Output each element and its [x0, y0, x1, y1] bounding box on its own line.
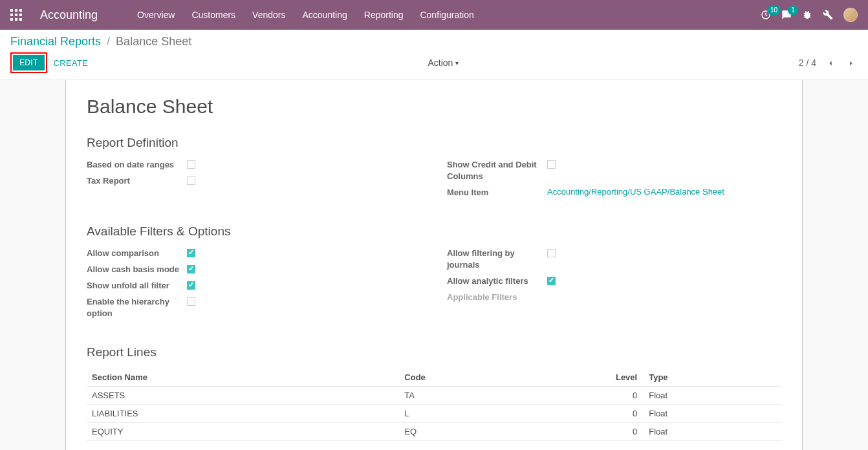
table-row[interactable]: LIABILITIESL0Float — [87, 404, 781, 422]
action-dropdown[interactable]: Action ▾ — [428, 58, 459, 68]
checkbox-hierarchy[interactable] — [187, 297, 195, 306]
label-credit-debit: Show Credit and Debit Columns — [447, 159, 547, 182]
label-analytic: Allow analytic filters — [447, 275, 547, 287]
edit-highlight: EDIT — [10, 52, 47, 73]
table-row[interactable]: EQUITYEQ0Float — [87, 422, 781, 440]
table-row[interactable]: ASSETSTA0Float — [87, 386, 781, 404]
discuss-badge: 1 — [788, 6, 798, 15]
cell-level: 0 — [594, 422, 642, 440]
section-report-lines: Report Lines — [87, 345, 781, 359]
pager[interactable]: 2 / 4 — [799, 58, 816, 68]
breadcrumb-current: Balance Sheet — [116, 35, 191, 48]
nav-accounting[interactable]: Accounting — [294, 0, 355, 30]
label-unfold-all: Show unfold all filter — [87, 280, 187, 292]
col-type[interactable]: Type — [642, 369, 781, 387]
svg-rect-7 — [15, 18, 17, 21]
cell-level: 0 — [594, 404, 642, 422]
apps-icon[interactable] — [10, 9, 22, 21]
col-code[interactable]: Code — [399, 369, 594, 387]
svg-rect-8 — [19, 18, 22, 21]
menu-path-1[interactable]: Reporting — [591, 187, 627, 197]
checkbox-cash-basis[interactable] — [187, 265, 195, 273]
cell-name: ASSETS — [87, 386, 399, 404]
cell-code: TA — [399, 386, 594, 404]
discuss-icon[interactable]: 1 — [781, 10, 792, 20]
activities-icon[interactable]: 10 — [761, 10, 771, 20]
svg-rect-6 — [10, 18, 13, 21]
checkbox-comparison[interactable] — [187, 249, 195, 257]
cell-type: Float — [642, 422, 781, 440]
report-lines-table: Section Name Code Level Type ASSETSTA0Fl… — [87, 369, 781, 441]
menu-item-path: Accounting/Reporting/US GAAP/Balance She… — [547, 187, 781, 197]
pager-next[interactable] — [845, 58, 858, 68]
svg-rect-4 — [15, 14, 17, 16]
nav-customers[interactable]: Customers — [183, 0, 244, 30]
top-nav: Accounting Overview Customers Vendors Ac… — [0, 0, 868, 30]
cell-name: EQUITY — [87, 422, 399, 440]
label-hierarchy: Enable the hierarchy option — [87, 296, 187, 319]
pager-total: 4 — [811, 58, 816, 68]
breadcrumb-parent[interactable]: Financial Reports — [10, 35, 101, 48]
debug-icon[interactable] — [802, 10, 812, 20]
action-label: Action — [428, 58, 453, 68]
nav-vendors[interactable]: Vendors — [244, 0, 294, 30]
section-report-definition: Report Definition — [87, 136, 781, 150]
create-button[interactable]: CREATE — [54, 58, 89, 68]
checkbox-tax-report[interactable] — [187, 177, 195, 185]
pager-current: 2 — [799, 58, 804, 68]
dev-tools-icon[interactable] — [823, 10, 833, 20]
checkbox-journals[interactable] — [547, 249, 556, 257]
menu-path-3[interactable]: Balance Sheet — [669, 187, 724, 197]
app-brand[interactable]: Accounting — [40, 8, 98, 22]
checkbox-credit-debit[interactable] — [547, 160, 556, 169]
label-journals: Allow filtering by journals — [447, 248, 547, 271]
checkbox-analytic[interactable] — [547, 277, 556, 285]
svg-rect-3 — [10, 14, 13, 16]
label-date-ranges: Based on date ranges — [87, 159, 187, 171]
cell-type: Float — [642, 404, 781, 422]
cell-code: L — [399, 404, 594, 422]
caret-down-icon: ▾ — [455, 59, 459, 67]
svg-rect-5 — [19, 14, 22, 16]
col-section-name[interactable]: Section Name — [87, 369, 399, 387]
label-menu-item: Menu Item — [447, 187, 547, 198]
edit-button[interactable]: EDIT — [13, 55, 45, 70]
nav-right: 10 1 — [761, 8, 858, 22]
activities-badge: 10 — [767, 6, 781, 15]
nav-reporting[interactable]: Reporting — [356, 0, 412, 30]
cell-type: Float — [642, 386, 781, 404]
page-title: Balance Sheet — [87, 96, 781, 118]
checkbox-date-ranges[interactable] — [187, 160, 195, 169]
menu-path-2[interactable]: US GAAP — [630, 187, 667, 197]
control-panel: Financial Reports / Balance Sheet EDIT C… — [0, 30, 868, 80]
label-tax-report: Tax Report — [87, 175, 187, 187]
label-comparison: Allow comparison — [87, 248, 187, 259]
form-sheet: Balance Sheet Report Definition Based on… — [65, 80, 803, 450]
menu-path-0[interactable]: Accounting — [547, 187, 589, 197]
nav-overview[interactable]: Overview — [129, 0, 183, 30]
svg-rect-2 — [19, 9, 22, 12]
nav-menu: Overview Customers Vendors Accounting Re… — [129, 0, 483, 30]
pager-prev[interactable] — [824, 58, 837, 68]
cell-name: LIABILITIES — [87, 404, 399, 422]
section-available-filters: Available Filters & Options — [87, 224, 781, 239]
cell-level: 0 — [594, 386, 642, 404]
breadcrumb: Financial Reports / Balance Sheet — [10, 35, 858, 52]
label-applicable-filters: Applicable Filters — [447, 292, 547, 303]
label-cash-basis: Allow cash basis mode — [87, 264, 187, 275]
nav-configuration[interactable]: Configuration — [411, 0, 482, 30]
svg-rect-1 — [15, 9, 17, 12]
cell-code: EQ — [399, 422, 594, 440]
checkbox-unfold-all[interactable] — [187, 281, 195, 290]
breadcrumb-sep: / — [104, 35, 113, 48]
svg-rect-0 — [10, 9, 13, 12]
col-level[interactable]: Level — [594, 369, 642, 387]
user-avatar[interactable] — [843, 8, 858, 22]
